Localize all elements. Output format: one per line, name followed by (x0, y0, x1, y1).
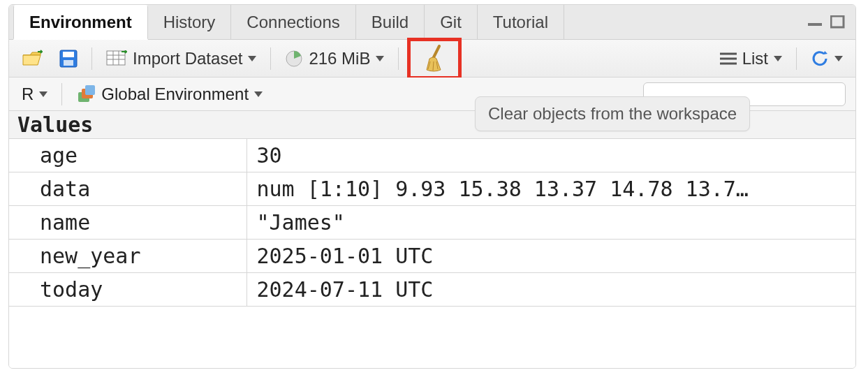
scope-selector[interactable]: Global Environment (71, 82, 268, 107)
minimize-icon[interactable] (808, 17, 825, 27)
table-row[interactable]: age30 (9, 139, 855, 172)
separator (91, 47, 92, 70)
open-workspace-button[interactable] (16, 47, 48, 71)
separator (270, 47, 271, 70)
tab-build[interactable]: Build (356, 5, 425, 40)
open-folder-icon (22, 50, 43, 68)
variable-name: today (9, 273, 247, 307)
variable-value: 30 (247, 139, 855, 172)
svg-rect-4 (64, 60, 73, 66)
svg-rect-3 (63, 52, 74, 57)
svg-rect-5 (107, 51, 125, 65)
variable-value: 2024-07-11 UTC (247, 273, 855, 307)
broom-icon (422, 45, 446, 73)
clear-workspace-button[interactable] (407, 38, 462, 80)
memory-usage-label: 216 MiB (309, 49, 370, 68)
table-row[interactable]: name"James" (9, 206, 855, 240)
pie-memory-icon (285, 50, 303, 68)
scope-label: Global Environment (101, 84, 249, 104)
variable-value: 2025-01-01 UTC (247, 240, 855, 273)
tab-connections[interactable]: Connections (231, 5, 355, 40)
import-dataset-icon (106, 50, 127, 67)
environment-pane: Environment History Connections Build Gi… (8, 4, 856, 369)
separator (398, 47, 399, 70)
save-workspace-button[interactable] (54, 47, 83, 71)
separator (61, 83, 62, 105)
chevron-down-icon (39, 91, 47, 97)
tab-tutorial[interactable]: Tutorial (478, 5, 564, 40)
table-row[interactable]: datanum [1:10] 9.93 15.38 13.37 14.78 13… (9, 172, 855, 206)
table-row[interactable]: today2024-07-11 UTC (9, 273, 855, 307)
color-stack-icon (76, 85, 96, 103)
svg-rect-20 (85, 85, 95, 95)
svg-line-11 (433, 46, 439, 59)
refresh-icon (811, 50, 829, 68)
variable-value: "James" (247, 206, 855, 240)
variable-name: new_year (9, 240, 247, 273)
values-table: age30datanum [1:10] 9.93 15.38 13.37 14.… (9, 139, 855, 307)
toolbar-main: Import Dataset 216 MiB (9, 40, 855, 78)
view-mode-button[interactable]: List (714, 46, 788, 71)
language-label: R (22, 84, 34, 104)
svg-rect-1 (831, 16, 844, 27)
chevron-down-icon (248, 56, 256, 61)
refresh-button[interactable] (805, 47, 848, 71)
chevron-down-icon (774, 56, 782, 61)
variable-name: data (9, 172, 247, 206)
tab-bar: Environment History Connections Build Gi… (9, 5, 855, 40)
environment-content: Values age30datanum [1:10] 9.93 15.38 13… (9, 111, 855, 368)
chevron-down-icon (834, 56, 843, 61)
chevron-down-icon (376, 56, 384, 61)
maximize-icon[interactable] (830, 15, 846, 29)
import-dataset-label: Import Dataset (133, 49, 242, 68)
variable-name: name (9, 206, 247, 240)
separator (796, 47, 797, 70)
save-icon (59, 50, 78, 68)
table-row[interactable]: new_year2025-01-01 UTC (9, 240, 855, 273)
window-controls (808, 15, 855, 29)
tab-git[interactable]: Git (425, 5, 478, 40)
language-selector[interactable]: R (16, 82, 53, 107)
chevron-down-icon (254, 91, 263, 97)
import-dataset-button[interactable]: Import Dataset (101, 46, 262, 71)
tab-history[interactable]: History (148, 5, 232, 40)
variable-value: num [1:10] 9.93 15.38 13.37 14.78 13.7… (247, 172, 855, 206)
list-lines-icon (720, 52, 737, 66)
variable-name: age (9, 139, 247, 172)
memory-usage-button[interactable]: 216 MiB (279, 46, 390, 71)
svg-rect-0 (808, 23, 822, 26)
tooltip-clear-workspace: Clear objects from the workspace (475, 96, 750, 131)
tab-environment[interactable]: Environment (13, 5, 148, 40)
view-mode-label: List (742, 49, 768, 68)
